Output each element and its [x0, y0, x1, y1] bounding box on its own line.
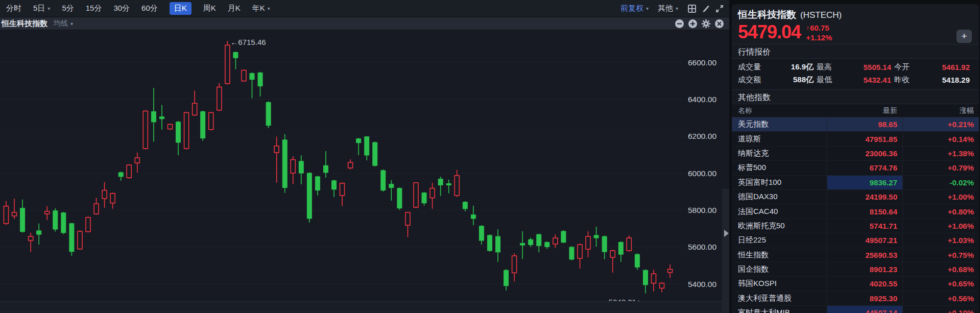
period-tab[interactable]: 60分 — [141, 4, 158, 13]
index-row-change: +0.68% — [902, 262, 979, 276]
quote-value: 5418.29 — [921, 76, 973, 84]
index-row[interactable]: 法国CAC40 8150.64 +0.80% — [732, 204, 979, 219]
period-tab[interactable]: 5分 — [62, 4, 74, 13]
layout-grid-icon[interactable] — [687, 4, 697, 13]
up-arrow-icon: ↑ — [806, 24, 809, 32]
index-row-change: +0.65% — [902, 277, 979, 291]
index-row-change: +0.21% — [902, 117, 979, 131]
period-tab[interactable]: 日K — [170, 2, 192, 15]
quote-label: 昨收 — [894, 75, 921, 85]
index-row-last: 9836.27 — [827, 176, 902, 189]
col-last: 最新 — [827, 106, 902, 115]
chart-section: 分时 5日▾ 5分 15分 30分 60分 日K 周K 月K 年K▾ 前复权 ▾… — [0, 0, 729, 313]
index-row-last: 23006.36 — [827, 147, 902, 160]
fullscreen-icon[interactable] — [715, 4, 724, 13]
index-row[interactable]: 澳大利亚普通股 8925.30 +0.56% — [732, 292, 979, 306]
period-tab[interactable]: 周K — [203, 4, 216, 13]
chart-toolbar: 分时 5日▾ 5分 15分 30分 60分 日K 周K 月K 年K▾ 前复权 ▾… — [0, 0, 729, 17]
draw-brush-icon[interactable] — [701, 4, 710, 13]
index-row-change: +1.00% — [902, 190, 979, 204]
period-tab[interactable]: 15分 — [86, 4, 102, 13]
period-tab[interactable]: 分时 — [6, 4, 21, 13]
indices-table: 名称 最新 涨幅 美元指数 98.65 +0.21% 道琼斯 47951.85 … — [732, 104, 979, 313]
quote-panel: 恒生科技指数 (HSTECH) 5479.04 ↑60.75 +1.12% + … — [732, 4, 979, 313]
index-row-name: 国企指数 — [732, 264, 827, 274]
quote-row: 成交额588亿最低5432.41昨收5418.29 — [738, 74, 973, 86]
svg-text:6400.00: 6400.00 — [688, 95, 716, 104]
index-symbol: (HSTECH) — [800, 10, 842, 20]
svg-text:←6715.46: ←6715.46 — [230, 38, 266, 46]
indices-section-header: 其他指数 — [732, 89, 979, 104]
svg-text:5600.00: 5600.00 — [688, 243, 716, 251]
close-icon[interactable] — [714, 19, 724, 29]
index-row-name: 标普500 — [732, 163, 827, 173]
col-change: 涨幅 — [902, 106, 979, 115]
index-row-change: +1.03% — [902, 233, 979, 247]
index-row[interactable]: 欧洲斯托克50 5741.71 +1.06% — [732, 219, 979, 233]
quote-value: 5461.92 — [921, 63, 973, 71]
svg-text:5400.00: 5400.00 — [688, 280, 716, 288]
period-tab[interactable]: 月K — [228, 4, 241, 13]
svg-text:5800.00: 5800.00 — [688, 206, 716, 214]
index-row-change: +0.56% — [902, 292, 979, 305]
index-row-change: +0.14% — [902, 132, 979, 146]
trading-app: 分时 5日▾ 5分 15分 30分 60分 日K 周K 月K 年K▾ 前复权 ▾… — [0, 0, 980, 313]
index-row[interactable]: 国企指数 8901.23 +0.68% — [732, 262, 979, 277]
ma-dropdown[interactable]: 均线 ▾ — [54, 19, 73, 28]
quote-label: 最高 — [817, 62, 843, 72]
index-row-name: 道琼斯 — [732, 134, 827, 144]
price-change: ↑60.75 — [806, 23, 832, 32]
period-tab[interactable]: 30分 — [113, 4, 130, 13]
other-dropdown[interactable]: 其他 ▾ — [658, 4, 678, 13]
index-row-change: +1.38% — [902, 147, 979, 160]
period-tab[interactable]: 5日▾ — [33, 4, 50, 13]
settings-gear-icon[interactable] — [701, 19, 711, 29]
index-row[interactable]: 日经225 49507.21 +1.03% — [732, 233, 979, 248]
index-row-name: 欧洲斯托克50 — [732, 221, 827, 231]
index-row-last: 47951.85 — [827, 132, 902, 146]
index-row-last: 49507.21 — [827, 233, 902, 247]
period-tabs: 分时 5日▾ 5分 15分 30分 60分 日K 周K 月K 年K▾ — [6, 2, 270, 15]
index-row[interactable]: 韩国KOSPI 4020.55 +0.65% — [732, 277, 979, 291]
index-row-last: 8150.64 — [827, 204, 902, 218]
period-tab[interactable]: 年K▾ — [252, 4, 270, 13]
adjust-dropdown[interactable]: 前复权 ▾ — [620, 4, 649, 13]
index-row[interactable]: 恒生指数 25690.53 +0.75% — [732, 248, 979, 262]
index-row-name: 恒生指数 — [732, 250, 827, 260]
index-row-last: 24199.50 — [827, 190, 902, 204]
zoom-out-icon[interactable] — [675, 19, 684, 29]
index-row[interactable]: 标普500 6774.76 +0.79% — [732, 161, 979, 175]
index-row[interactable]: 纳斯达克 23006.36 +1.38% — [732, 147, 979, 161]
chevron-down-icon: ▾ — [70, 21, 73, 27]
index-row-name: 澳大利亚普通股 — [732, 294, 827, 303]
quote-value: 5505.14 — [843, 63, 894, 71]
index-row-change: -0.02% — [902, 176, 979, 189]
index-row-name: 纳斯达克 — [732, 149, 827, 158]
index-row[interactable]: 道琼斯 47951.85 +0.14% — [732, 132, 979, 146]
index-row-last: 4020.55 — [827, 277, 902, 291]
index-row-name: 韩国KOSPI — [732, 279, 827, 288]
index-row-name: 富时意大利MIB — [732, 308, 827, 313]
candlestick-chart[interactable]: 6600.006400.006200.006000.005800.005600.… — [0, 31, 729, 313]
index-row[interactable]: 美元指数 98.65 +0.21% — [732, 117, 979, 132]
index-row-name: 日经225 — [732, 235, 827, 245]
index-row[interactable]: 富时意大利MIB 44507.14 +0.10% — [732, 306, 979, 313]
quote-value: 5432.41 — [843, 76, 894, 84]
index-row-last: 44507.14 — [827, 306, 902, 313]
add-watchlist-button[interactable]: + — [957, 30, 972, 43]
index-row[interactable]: 英国富时100 9836.27 -0.02% — [732, 176, 979, 190]
zoom-in-icon[interactable] — [688, 19, 698, 29]
svg-text:6600.00: 6600.00 — [688, 58, 716, 67]
index-row-change: +0.10% — [902, 306, 979, 313]
index-row-last: 8901.23 — [827, 262, 902, 276]
quote-label: 成交额 — [738, 75, 770, 85]
quote-row: 成交量16.9亿最高5505.14今开5461.92 — [738, 61, 973, 74]
quote-grid: 成交量16.9亿最高5505.14今开5461.92成交额588亿最低5432.… — [732, 59, 979, 89]
indices-table-header: 名称 最新 涨幅 — [732, 104, 979, 117]
index-row-change: +0.80% — [902, 204, 979, 218]
adjust-label: 前复权 — [620, 4, 643, 13]
toolbar-right: 前复权 ▾ 其他 ▾ — [620, 4, 724, 13]
index-row[interactable]: 德国DAX30 24199.50 +1.00% — [732, 190, 979, 204]
quote-label: 今开 — [894, 62, 921, 72]
index-row-change: +0.79% — [902, 161, 979, 175]
